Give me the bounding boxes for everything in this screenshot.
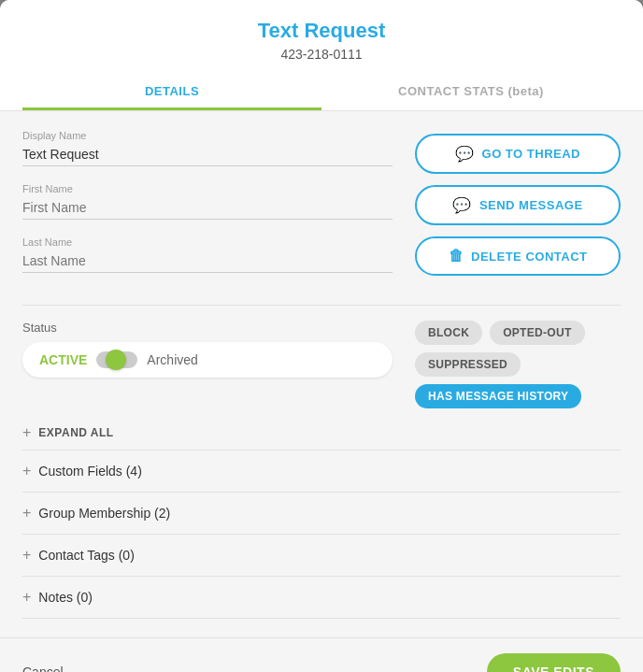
tabs: DETAILS CONTACT STATS (beta) [22,75,621,110]
modal-header: Text Request 423-218-0111 DETAILS CONTAC… [0,0,643,111]
divider-1 [22,305,621,306]
contact-tags-label: Contact Tags (0) [38,548,134,563]
send-message-label: SEND MESSAGE [479,198,583,212]
group-membership-label: Group Membership (2) [38,506,170,521]
group-membership-row[interactable]: + Group Membership (2) [22,493,621,535]
first-name-label: First Name [22,183,393,194]
delete-contact-icon: 🗑 [449,248,464,265]
custom-fields-label: Custom Fields (4) [38,464,141,479]
toggle-track[interactable] [96,351,137,368]
display-name-input[interactable] [22,143,393,166]
modal-title: Text Request [22,19,621,47]
expand-all-plus-icon: + [22,425,31,440]
status-archived-text: Archived [147,352,197,367]
status-active-text: ACTIVE [39,352,87,367]
delete-contact-button[interactable]: 🗑 DELETE CONTACT [415,236,621,276]
save-edits-button[interactable]: SAVE EDITS [487,653,621,672]
status-section: Status ACTIVE Archived [22,321,393,378]
tab-details[interactable]: DETAILS [22,75,322,110]
cancel-button[interactable]: Cancel [22,665,64,672]
last-name-input[interactable] [22,250,393,273]
badges-col: BLOCK OPTED-OUT SUPPRESSED HAS MESSAGE H… [415,321,621,408]
contact-tags-plus-icon: + [22,548,31,563]
display-name-label: Display Name [22,130,393,141]
has-message-history-badge[interactable]: HAS MESSAGE HISTORY [415,384,581,408]
modal: Text Request 423-218-0111 DETAILS CONTAC… [0,0,643,672]
two-col-layout: Display Name First Name Last Name 💬 GO T… [22,130,621,290]
custom-fields-plus-icon: + [22,464,31,479]
expand-all-row[interactable]: + EXPAND ALL [22,416,621,450]
expand-all-label: EXPAND ALL [38,426,113,439]
left-column: Display Name First Name Last Name [22,130,393,290]
status-left: Status ACTIVE Archived [22,321,393,408]
status-label: Status [22,321,393,335]
notes-plus-icon: + [22,590,31,605]
right-column: 💬 GO TO THREAD 💬 SEND MESSAGE 🗑 DELETE C… [415,130,621,290]
contact-tags-row[interactable]: + Contact Tags (0) [22,535,621,577]
group-membership-plus-icon: + [22,506,31,521]
status-row: Status ACTIVE Archived BLOCK OPTED-OUT S… [22,321,621,408]
status-toggle[interactable]: ACTIVE Archived [22,342,393,378]
custom-fields-row[interactable]: + Custom Fields (4) [22,450,621,493]
modal-body: Display Name First Name Last Name 💬 GO T… [0,111,643,637]
go-to-thread-icon: 💬 [455,145,475,163]
toggle-knob [106,350,126,370]
go-to-thread-label: GO TO THREAD [482,147,580,161]
delete-contact-label: DELETE CONTACT [471,250,587,264]
opted-out-badge[interactable]: OPTED-OUT [490,321,584,345]
tab-contact-stats[interactable]: CONTACT STATS (beta) [322,75,621,110]
last-name-label: Last Name [22,236,393,248]
notes-label: Notes (0) [38,590,93,605]
modal-subtitle: 423-218-0111 [22,47,621,75]
first-name-field: First Name [22,183,393,220]
filter-badges: BLOCK OPTED-OUT SUPPRESSED HAS MESSAGE H… [415,321,621,408]
go-to-thread-button[interactable]: 💬 GO TO THREAD [415,134,621,174]
expand-section: + EXPAND ALL + Custom Fields (4) + Group… [22,416,621,619]
send-message-icon: 💬 [452,196,472,214]
notes-row[interactable]: + Notes (0) [22,577,621,619]
modal-footer: Cancel SAVE EDITS [0,637,643,672]
display-name-field: Display Name [22,130,393,166]
suppressed-badge[interactable]: SUPPRESSED [415,352,521,377]
block-badge[interactable]: BLOCK [415,321,482,345]
last-name-field: Last Name [22,236,393,273]
first-name-input[interactable] [22,196,393,220]
send-message-button[interactable]: 💬 SEND MESSAGE [415,185,621,225]
